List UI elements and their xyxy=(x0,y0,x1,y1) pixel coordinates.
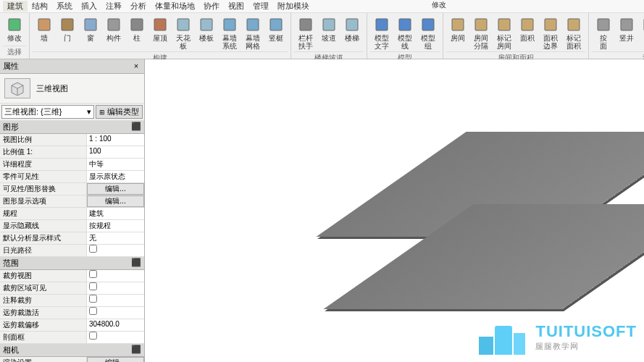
svg-rect-6 xyxy=(154,19,166,30)
ribbon-tool-grid[interactable]: 幕墙网格 xyxy=(241,14,264,51)
ribbon-tool-shaft[interactable]: 竖井 xyxy=(615,14,638,51)
tool-label: 房间 xyxy=(451,34,465,42)
ribbon-tool-text[interactable]: 模型文字 xyxy=(370,14,393,51)
menu-item[interactable]: 结构 xyxy=(28,1,52,12)
svg-rect-8 xyxy=(201,19,212,30)
property-label: 比例值 1: xyxy=(0,146,87,158)
close-icon[interactable]: × xyxy=(131,62,141,72)
svg-rect-5 xyxy=(131,19,143,30)
ribbon-tool-wall[interactable]: 墙 xyxy=(33,14,56,51)
property-value[interactable]: 中等 xyxy=(87,159,144,170)
ribbon-tool-door[interactable]: 门 xyxy=(56,14,79,51)
edit-type-button[interactable]: ⊞ 编辑类型 xyxy=(96,105,143,119)
ribbon-tool-ceiling[interactable]: 天花板 xyxy=(172,14,195,51)
comp-icon xyxy=(105,16,122,33)
menu-item[interactable]: 附加模块 xyxy=(273,1,314,12)
svg-rect-17 xyxy=(422,19,434,30)
property-label: 图形显示选项 xyxy=(0,195,87,207)
ribbon-tool-line[interactable]: 模型线 xyxy=(393,14,417,51)
property-section-header[interactable]: 相机⬛ xyxy=(0,344,144,357)
property-value[interactable]: 304800.0 xyxy=(87,319,144,331)
menu-item[interactable]: 系统 xyxy=(52,1,77,12)
tab-modify[interactable]: 修改 xyxy=(427,0,451,10)
property-value[interactable]: 建筑 xyxy=(87,208,144,219)
menu-item[interactable]: 体量和场地 xyxy=(151,1,199,12)
type-combo[interactable]: 三维视图: {三维}▾ xyxy=(1,105,94,119)
property-checkbox[interactable] xyxy=(87,307,144,319)
ribbon-tool-bf[interactable]: 按面 xyxy=(592,14,615,51)
property-checkbox[interactable] xyxy=(87,295,144,306)
ribbon-tool-ab[interactable]: 面积边界 xyxy=(539,14,562,51)
ribbon-tool-floor[interactable]: 楼板 xyxy=(195,14,218,51)
property-edit-button[interactable]: 编辑... xyxy=(87,195,144,207)
property-row: 默认分析显示样式无 xyxy=(0,232,144,245)
properties-header: 属性 × xyxy=(0,59,144,74)
ribbon-tool-window[interactable]: 窗 xyxy=(79,14,102,51)
svg-rect-18 xyxy=(452,19,464,30)
ribbon-tool-area[interactable]: 面积 xyxy=(516,14,539,51)
menu-item[interactable]: 分析 xyxy=(126,1,151,12)
ribbon-tool-ta[interactable]: 标记面积 xyxy=(562,14,585,51)
tool-label: 模型线 xyxy=(398,34,412,50)
shaft-icon xyxy=(618,16,635,33)
tool-label: 修改 xyxy=(7,34,22,42)
type-selector[interactable]: 三维视图 xyxy=(0,74,144,104)
svg-rect-12 xyxy=(300,19,311,30)
property-section-header[interactable]: 图形⬛ xyxy=(0,121,144,134)
watermark-sub: 腿腿教学网 xyxy=(535,341,637,352)
ribbon-tool-sep[interactable]: 房间分隔 xyxy=(469,14,493,51)
ribbon-tool-room[interactable]: 房间 xyxy=(446,14,469,51)
property-label: 显示隐藏线 xyxy=(0,220,87,232)
property-value[interactable]: 1 : 100 xyxy=(87,134,144,146)
property-checkbox[interactable] xyxy=(87,282,144,294)
tag-icon xyxy=(495,16,513,33)
ribbon-tool-ow[interactable]: 墙 xyxy=(638,14,644,51)
viewport-3d[interactable]: ⬉ TUITUISOFT 腿腿教学网 xyxy=(145,59,644,362)
properties-panel: 属性 × 三维视图 三维视图: {三维}▾ ⊞ 编辑类型 图形⬛视图比例1 : … xyxy=(0,59,145,362)
ribbon-tool-roof[interactable]: 屋顶 xyxy=(149,14,172,51)
tool-label: 竖梃 xyxy=(269,34,283,42)
text-icon xyxy=(373,16,390,33)
svg-rect-2 xyxy=(62,19,73,30)
ab-icon xyxy=(542,16,559,33)
property-row: 注释裁剪 xyxy=(0,295,144,307)
menu-item[interactable]: 建筑 xyxy=(3,1,28,12)
property-label: 默认分析显示样式 xyxy=(0,232,87,244)
svg-rect-7 xyxy=(177,19,189,30)
property-checkbox[interactable] xyxy=(87,245,144,256)
property-edit-button[interactable]: 编辑... xyxy=(87,357,144,362)
line-icon xyxy=(396,16,414,33)
ribbon-tool-tag[interactable]: 标记房间 xyxy=(493,14,516,51)
svg-rect-16 xyxy=(399,19,411,30)
menu-item[interactable]: 注释 xyxy=(101,1,126,12)
menu-item[interactable]: 插入 xyxy=(77,1,101,12)
ribbon-tool-stair[interactable]: 楼梯 xyxy=(340,14,364,51)
property-value[interactable]: 按规程 xyxy=(87,220,144,232)
ribbon-tool-mullion[interactable]: 竖梃 xyxy=(264,14,288,51)
property-value[interactable]: 显示原状态 xyxy=(87,171,144,182)
ribbon-tool-curtain[interactable]: 幕墙系统 xyxy=(218,14,241,51)
property-row: 可见性/图形替换编辑... xyxy=(0,183,144,195)
property-section-header[interactable]: 范围⬛ xyxy=(0,257,144,270)
ribbon-tool-ramp[interactable]: 坡道 xyxy=(317,14,340,51)
ribbon-tool-arrow[interactable]: 修改 xyxy=(3,14,26,46)
menu-item[interactable]: 管理 xyxy=(248,1,273,12)
property-row: 裁剪视图 xyxy=(0,270,144,282)
ribbon-tool-rail[interactable]: 栏杆扶手 xyxy=(294,14,317,51)
door-icon xyxy=(59,16,76,33)
ribbon-tool-column[interactable]: 柱 xyxy=(125,14,149,51)
ribbon-tool-group[interactable]: 模型组 xyxy=(417,14,440,51)
property-value[interactable]: 无 xyxy=(87,232,144,244)
menu-item[interactable]: 协作 xyxy=(199,1,224,12)
svg-rect-4 xyxy=(108,19,120,30)
property-edit-button[interactable]: 编辑... xyxy=(87,183,144,195)
tool-label: 屋顶 xyxy=(153,34,167,42)
bf-icon xyxy=(595,16,612,33)
property-value[interactable]: 100 xyxy=(87,146,144,158)
property-checkbox[interactable] xyxy=(87,270,144,282)
tool-label: 竖井 xyxy=(619,34,634,42)
property-checkbox[interactable] xyxy=(87,332,144,343)
property-row: 图形显示选项编辑... xyxy=(0,195,144,208)
menu-item[interactable]: 视图 xyxy=(224,1,248,12)
ribbon-tool-comp[interactable]: 构件 xyxy=(102,14,125,51)
